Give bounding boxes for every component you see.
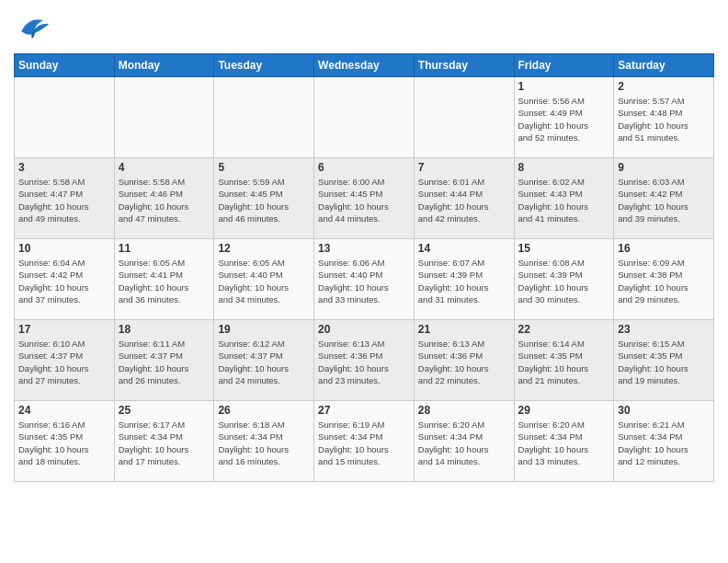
day-info: Sunrise: 6:12 AM Sunset: 4:37 PM Dayligh… <box>218 338 310 386</box>
day-number: 25 <box>119 404 210 417</box>
logo <box>14 9 54 46</box>
day-info: Sunrise: 6:17 AM Sunset: 4:34 PM Dayligh… <box>119 419 210 467</box>
day-info: Sunrise: 6:11 AM Sunset: 4:37 PM Dayligh… <box>119 338 210 386</box>
calendar-week-row: 3Sunrise: 5:58 AM Sunset: 4:47 PM Daylig… <box>15 158 714 239</box>
day-number: 10 <box>18 242 110 255</box>
header-monday: Monday <box>114 54 214 77</box>
day-number: 13 <box>318 242 410 255</box>
day-info: Sunrise: 6:15 AM Sunset: 4:35 PM Dayligh… <box>618 338 710 386</box>
calendar-cell: 12Sunrise: 6:05 AM Sunset: 4:40 PM Dayli… <box>214 239 314 320</box>
calendar-cell: 10Sunrise: 6:04 AM Sunset: 4:42 PM Dayli… <box>15 239 115 320</box>
day-number: 24 <box>18 404 110 417</box>
day-number: 20 <box>318 323 410 336</box>
calendar-cell: 29Sunrise: 6:20 AM Sunset: 4:34 PM Dayli… <box>514 401 614 482</box>
calendar-cell: 7Sunrise: 6:01 AM Sunset: 4:44 PM Daylig… <box>414 158 514 239</box>
calendar-cell: 16Sunrise: 6:09 AM Sunset: 4:38 PM Dayli… <box>614 239 714 320</box>
header-thursday: Thursday <box>414 54 514 77</box>
day-info: Sunrise: 6:06 AM Sunset: 4:40 PM Dayligh… <box>318 257 410 305</box>
calendar-cell: 30Sunrise: 6:21 AM Sunset: 4:34 PM Dayli… <box>614 401 714 482</box>
calendar-table: SundayMondayTuesdayWednesdayThursdayFrid… <box>14 53 714 482</box>
calendar-cell <box>414 77 514 158</box>
day-info: Sunrise: 6:04 AM Sunset: 4:42 PM Dayligh… <box>18 257 110 305</box>
calendar-cell: 26Sunrise: 6:18 AM Sunset: 4:34 PM Dayli… <box>214 401 314 482</box>
day-number: 14 <box>418 242 510 255</box>
day-info: Sunrise: 6:20 AM Sunset: 4:34 PM Dayligh… <box>518 419 610 467</box>
calendar-cell: 2Sunrise: 5:57 AM Sunset: 4:48 PM Daylig… <box>614 77 714 158</box>
day-info: Sunrise: 6:19 AM Sunset: 4:34 PM Dayligh… <box>318 419 410 467</box>
page-header <box>14 9 714 46</box>
calendar-cell: 3Sunrise: 5:58 AM Sunset: 4:47 PM Daylig… <box>15 158 115 239</box>
day-info: Sunrise: 6:09 AM Sunset: 4:38 PM Dayligh… <box>618 257 710 305</box>
day-number: 7 <box>418 161 510 174</box>
calendar-cell: 24Sunrise: 6:16 AM Sunset: 4:35 PM Dayli… <box>15 401 115 482</box>
calendar-cell: 9Sunrise: 6:03 AM Sunset: 4:42 PM Daylig… <box>614 158 714 239</box>
header-saturday: Saturday <box>614 54 714 77</box>
day-number: 29 <box>518 404 610 417</box>
day-info: Sunrise: 6:05 AM Sunset: 4:41 PM Dayligh… <box>119 257 210 305</box>
day-number: 11 <box>119 242 210 255</box>
day-number: 8 <box>518 161 610 174</box>
day-info: Sunrise: 5:58 AM Sunset: 4:46 PM Dayligh… <box>119 176 210 224</box>
day-number: 30 <box>618 404 710 417</box>
day-number: 4 <box>119 161 210 174</box>
day-number: 5 <box>218 161 310 174</box>
calendar-cell: 28Sunrise: 6:20 AM Sunset: 4:34 PM Dayli… <box>414 401 514 482</box>
header-sunday: Sunday <box>15 54 115 77</box>
calendar-header-row: SundayMondayTuesdayWednesdayThursdayFrid… <box>15 54 714 77</box>
calendar-cell: 18Sunrise: 6:11 AM Sunset: 4:37 PM Dayli… <box>114 320 214 401</box>
calendar-cell: 25Sunrise: 6:17 AM Sunset: 4:34 PM Dayli… <box>114 401 214 482</box>
day-info: Sunrise: 6:13 AM Sunset: 4:36 PM Dayligh… <box>418 338 510 386</box>
day-number: 9 <box>618 161 710 174</box>
day-info: Sunrise: 6:20 AM Sunset: 4:34 PM Dayligh… <box>418 419 510 467</box>
day-info: Sunrise: 6:14 AM Sunset: 4:35 PM Dayligh… <box>518 338 610 386</box>
day-number: 26 <box>218 404 310 417</box>
calendar-week-row: 24Sunrise: 6:16 AM Sunset: 4:35 PM Dayli… <box>15 401 714 482</box>
calendar-cell: 19Sunrise: 6:12 AM Sunset: 4:37 PM Dayli… <box>214 320 314 401</box>
calendar-cell <box>214 77 314 158</box>
day-number: 12 <box>218 242 310 255</box>
calendar-cell: 5Sunrise: 5:59 AM Sunset: 4:45 PM Daylig… <box>214 158 314 239</box>
calendar-week-row: 10Sunrise: 6:04 AM Sunset: 4:42 PM Dayli… <box>15 239 714 320</box>
header-wednesday: Wednesday <box>314 54 415 77</box>
day-info: Sunrise: 6:07 AM Sunset: 4:39 PM Dayligh… <box>418 257 510 305</box>
calendar-cell: 22Sunrise: 6:14 AM Sunset: 4:35 PM Dayli… <box>514 320 614 401</box>
day-info: Sunrise: 6:05 AM Sunset: 4:40 PM Dayligh… <box>218 257 310 305</box>
calendar-cell: 21Sunrise: 6:13 AM Sunset: 4:36 PM Dayli… <box>414 320 514 401</box>
day-info: Sunrise: 6:00 AM Sunset: 4:45 PM Dayligh… <box>318 176 410 224</box>
day-number: 2 <box>618 80 710 93</box>
day-number: 17 <box>18 323 110 336</box>
day-info: Sunrise: 6:01 AM Sunset: 4:44 PM Dayligh… <box>418 176 510 224</box>
calendar-week-row: 1Sunrise: 5:56 AM Sunset: 4:49 PM Daylig… <box>15 77 714 158</box>
day-info: Sunrise: 5:58 AM Sunset: 4:47 PM Dayligh… <box>18 176 110 224</box>
calendar-cell: 13Sunrise: 6:06 AM Sunset: 4:40 PM Dayli… <box>314 239 415 320</box>
day-number: 16 <box>618 242 710 255</box>
day-info: Sunrise: 6:13 AM Sunset: 4:36 PM Dayligh… <box>318 338 410 386</box>
calendar-cell: 6Sunrise: 6:00 AM Sunset: 4:45 PM Daylig… <box>314 158 415 239</box>
calendar-cell: 27Sunrise: 6:19 AM Sunset: 4:34 PM Dayli… <box>314 401 415 482</box>
calendar-cell: 15Sunrise: 6:08 AM Sunset: 4:39 PM Dayli… <box>514 239 614 320</box>
calendar-cell <box>15 77 115 158</box>
day-info: Sunrise: 6:08 AM Sunset: 4:39 PM Dayligh… <box>518 257 610 305</box>
day-info: Sunrise: 5:56 AM Sunset: 4:49 PM Dayligh… <box>518 95 610 144</box>
day-number: 1 <box>518 80 610 93</box>
calendar-cell: 4Sunrise: 5:58 AM Sunset: 4:46 PM Daylig… <box>114 158 214 239</box>
day-number: 15 <box>518 242 610 255</box>
day-number: 23 <box>618 323 710 336</box>
calendar-cell: 23Sunrise: 6:15 AM Sunset: 4:35 PM Dayli… <box>614 320 714 401</box>
day-info: Sunrise: 6:10 AM Sunset: 4:37 PM Dayligh… <box>18 338 110 386</box>
day-number: 3 <box>18 161 110 174</box>
calendar-cell <box>114 77 214 158</box>
calendar-cell <box>314 77 415 158</box>
day-number: 22 <box>518 323 610 336</box>
header-tuesday: Tuesday <box>214 54 314 77</box>
day-info: Sunrise: 5:57 AM Sunset: 4:48 PM Dayligh… <box>618 95 710 144</box>
calendar-cell: 8Sunrise: 6:02 AM Sunset: 4:43 PM Daylig… <box>514 158 614 239</box>
day-number: 19 <box>218 323 310 336</box>
day-number: 21 <box>418 323 510 336</box>
day-number: 28 <box>418 404 510 417</box>
calendar-cell: 20Sunrise: 6:13 AM Sunset: 4:36 PM Dayli… <box>314 320 415 401</box>
day-number: 27 <box>318 404 410 417</box>
day-info: Sunrise: 5:59 AM Sunset: 4:45 PM Dayligh… <box>218 176 310 224</box>
logo-icon <box>14 9 51 46</box>
day-info: Sunrise: 6:18 AM Sunset: 4:34 PM Dayligh… <box>218 419 310 467</box>
